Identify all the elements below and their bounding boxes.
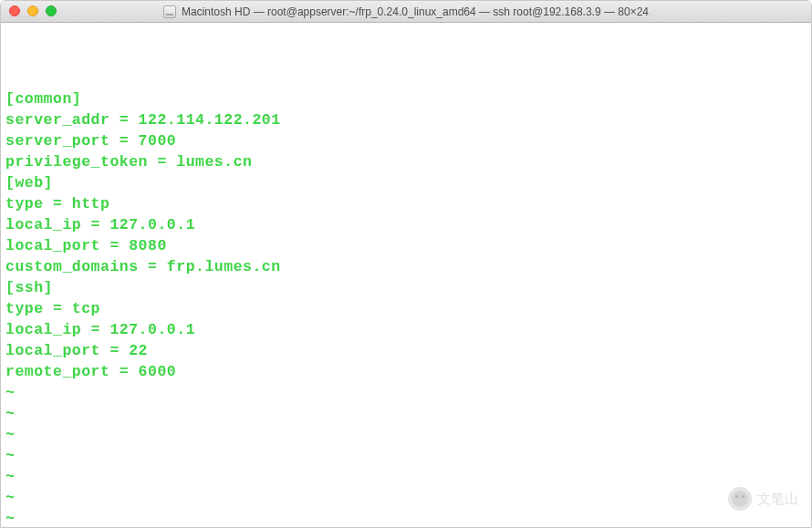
watermark: 文笔山 [728,487,798,511]
titlebar[interactable]: Macintosh HD — root@appserver:~/frp_0.24… [1,1,811,23]
editor-line: local_ip = 127.0.0.1 [5,319,807,340]
vim-tilde: ~ [5,403,807,424]
editor-line: local_port = 22 [5,340,807,361]
close-icon[interactable] [9,5,20,16]
editor-line: local_ip = 127.0.0.1 [5,214,807,235]
maximize-icon[interactable] [46,5,57,16]
vim-tilde: ~ [5,445,807,466]
vim-tilde: ~ [5,382,807,403]
vim-tilde: ~ [5,487,807,508]
window-controls [9,5,57,16]
window-title-group: Macintosh HD — root@appserver:~/frp_0.24… [1,5,811,18]
vim-tilde: ~ [5,508,807,527]
terminal-body[interactable]: [common]server_addr = 122.114.122.201ser… [1,23,811,527]
editor-line: type = tcp [5,298,807,319]
editor-line: remote_port = 6000 [5,361,807,382]
editor-line: custom_domains = frp.lumes.cn [5,256,807,277]
editor-line: [ssh] [5,277,807,298]
watermark-text: 文笔山 [757,491,798,508]
editor-line: [common] [5,88,807,109]
window-title-text: Macintosh HD — root@appserver:~/frp_0.24… [182,5,649,18]
vim-tilde: ~ [5,424,807,445]
editor-line: server_port = 7000 [5,130,807,151]
editor-line: privilege_token = lumes.cn [5,151,807,172]
watermark-icon [728,487,752,511]
hdd-icon [163,5,176,18]
vim-tilde: ~ [5,466,807,487]
terminal-window: Macintosh HD — root@appserver:~/frp_0.24… [0,0,812,528]
minimize-icon[interactable] [27,5,38,16]
editor-line: server_addr = 122.114.122.201 [5,109,807,130]
editor-line: local_port = 8080 [5,235,807,256]
editor-line: type = http [5,193,807,214]
editor-line: [web] [5,172,807,193]
